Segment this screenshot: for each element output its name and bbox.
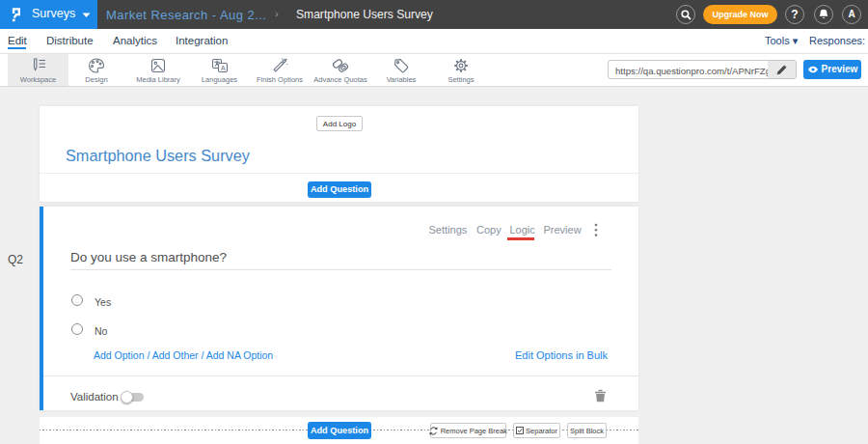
svg-text:A: A (221, 65, 226, 71)
